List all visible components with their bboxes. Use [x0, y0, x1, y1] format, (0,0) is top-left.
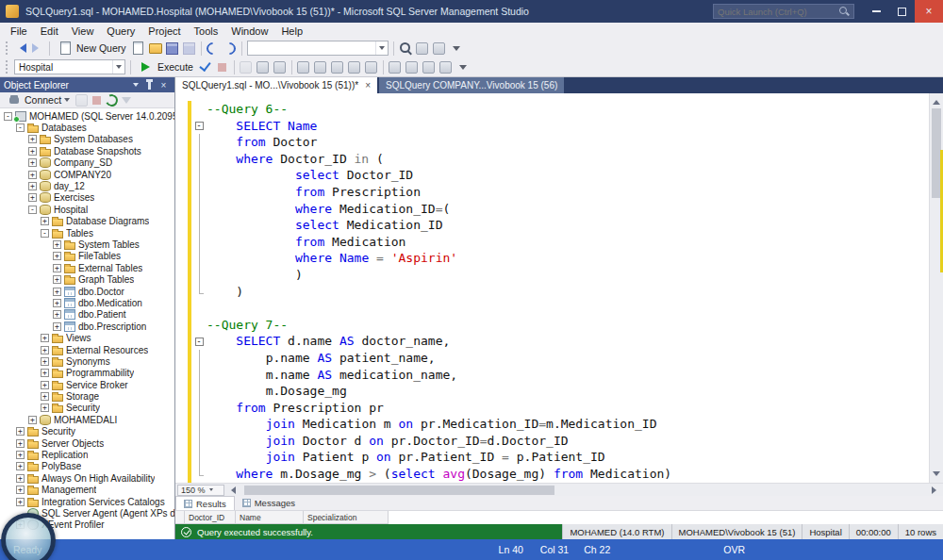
tree-item[interactable]: +Integration Services Catalogs	[0, 496, 174, 507]
code-text[interactable]: select Medication_ID	[207, 217, 443, 234]
new-query-button[interactable]: New Query	[53, 40, 130, 57]
intellisense-icon[interactable]	[273, 59, 288, 74]
tree-item[interactable]: +Programmability	[0, 368, 174, 379]
code-text[interactable]: from Prescription pr	[207, 400, 384, 417]
include-actual-plan-icon[interactable]	[296, 59, 311, 74]
scroll-right-button[interactable]	[929, 486, 943, 494]
grid-column-header[interactable]: Name	[236, 511, 304, 524]
maximize-button[interactable]	[889, 0, 915, 23]
tree-item[interactable]: +Management	[0, 485, 174, 496]
horizontal-scroll-track[interactable]	[239, 484, 929, 496]
expander-icon[interactable]: +	[53, 299, 61, 307]
expander-icon[interactable]: +	[16, 462, 25, 470]
auto-hide-button[interactable]	[142, 78, 157, 91]
code-text[interactable]: )	[207, 267, 303, 284]
back-icon[interactable]	[13, 41, 28, 56]
parse-icon[interactable]	[198, 59, 213, 74]
code-text[interactable]: SELECT Name	[207, 118, 317, 135]
expander-icon[interactable]: +	[41, 381, 49, 389]
code-text[interactable]: join Doctor d on pr.Doctor_ID=d.Doctor_I…	[207, 433, 569, 450]
undo-icon[interactable]	[206, 41, 221, 56]
tree-item[interactable]: +Always On High Availability	[0, 472, 174, 484]
disconnect-icon[interactable]	[74, 93, 88, 107]
expander-icon[interactable]: +	[41, 404, 49, 412]
expander-icon[interactable]: +	[28, 416, 37, 424]
expander-icon[interactable]: +	[28, 193, 37, 202]
code-text[interactable]: where Name = 'Aspirin'	[207, 250, 457, 267]
grid-corner-cell[interactable]	[175, 511, 185, 524]
minimize-button[interactable]	[864, 0, 889, 23]
toolbar-options-icon[interactable]	[449, 41, 464, 56]
expander-icon[interactable]: +	[28, 171, 37, 179]
expander-icon[interactable]: +	[41, 369, 49, 377]
menu-file[interactable]: File	[4, 25, 34, 38]
close-tab-icon[interactable]: ×	[365, 81, 371, 91]
open-file-icon[interactable]	[148, 41, 163, 56]
increase-indent-icon[interactable]	[438, 59, 454, 74]
tree-item[interactable]: +Synonyms	[0, 355, 174, 367]
tree-item[interactable]: +Security	[0, 403, 174, 414]
menu-tools[interactable]: Tools	[188, 25, 225, 38]
execute-button[interactable]: Execute	[134, 58, 197, 75]
expander-icon[interactable]: -	[16, 124, 25, 132]
expander-icon[interactable]: +	[53, 275, 61, 284]
expander-icon[interactable]: +	[16, 439, 25, 448]
fold-collapse-icon[interactable]: -	[195, 122, 204, 130]
menu-edit[interactable]: Edit	[34, 25, 65, 38]
tree-item[interactable]: +dbo.Doctor	[0, 286, 174, 297]
code-text[interactable]: --Query 7--	[207, 317, 288, 334]
scroll-down-button[interactable]	[930, 469, 943, 483]
comment-icon[interactable]	[388, 59, 403, 74]
tree-item[interactable]: +Graph Tables	[0, 273, 174, 285]
tab-sqlquery1[interactable]: SQLQuery1.sql - MO...\Vivobook 15 (51))*…	[175, 77, 377, 93]
results-to-file-icon[interactable]	[364, 59, 379, 74]
script-icon[interactable]	[415, 41, 430, 56]
tree-item[interactable]: +Server Objects	[0, 437, 174, 449]
tree-item[interactable]: +day_12	[0, 180, 174, 191]
database-combobox[interactable]: Hospital	[14, 59, 125, 74]
scroll-left-button[interactable]	[224, 486, 239, 494]
window-position-button[interactable]	[128, 78, 142, 91]
toolbar-combobox-caret[interactable]	[375, 41, 388, 55]
code-text[interactable]: join Patient p on pr.Patient_ID = p.Pati…	[207, 449, 605, 466]
tree-item[interactable]: +External Resources	[0, 344, 174, 355]
code-text[interactable]: from Doctor	[207, 134, 317, 151]
code-text[interactable]: p.name AS patient_name,	[207, 350, 436, 367]
horizontal-scrollbar-thumb[interactable]	[244, 486, 554, 495]
sql-editor[interactable]: --Query 6---SELECT Namefrom Doctorwhere …	[175, 93, 943, 483]
tree-item[interactable]: +PolyBase	[0, 461, 174, 472]
expander-icon[interactable]: +	[53, 240, 61, 249]
expander-icon[interactable]: +	[41, 334, 49, 342]
expander-icon[interactable]: +	[53, 252, 61, 260]
properties-icon[interactable]	[432, 41, 447, 56]
save-all-icon[interactable]	[182, 41, 197, 56]
find-icon[interactable]	[398, 41, 413, 56]
code-text[interactable]: from Medication	[207, 234, 405, 251]
expander-icon[interactable]: +	[16, 498, 25, 506]
expander-icon[interactable]: +	[41, 392, 49, 401]
expander-icon[interactable]: +	[41, 357, 49, 366]
expander-icon[interactable]: +	[16, 451, 25, 459]
query-options-icon[interactable]	[256, 59, 271, 74]
tree-item[interactable]: +Database Diagrams	[0, 216, 174, 227]
expander-icon[interactable]: +	[28, 182, 37, 190]
menu-project[interactable]: Project	[141, 25, 187, 38]
code-text[interactable]: SELECT d.name AS doctor_name,	[207, 333, 450, 350]
quick-launch-input[interactable]	[718, 7, 839, 17]
cancel-query-icon[interactable]	[215, 59, 230, 74]
tree-item[interactable]: +Views	[0, 332, 174, 343]
expander-icon[interactable]: +	[16, 486, 25, 494]
grid-column-header[interactable]: Doctor_ID	[185, 511, 236, 524]
expander-icon[interactable]: +	[16, 474, 25, 483]
new-file-icon[interactable]	[131, 41, 146, 56]
tree-item[interactable]: +Replication	[0, 449, 174, 460]
live-query-statistics-icon[interactable]	[313, 59, 328, 74]
expander-icon[interactable]: +	[41, 217, 49, 225]
expander-icon[interactable]: +	[28, 135, 37, 143]
vertical-scrollbar[interactable]	[929, 93, 943, 483]
tree-item[interactable]: -Tables	[0, 227, 174, 239]
close-button[interactable]: ×	[915, 0, 943, 23]
code-text[interactable]: where Doctor_ID in (	[207, 151, 384, 168]
tree-item[interactable]: +System Databases	[0, 134, 174, 145]
tree-item[interactable]: +Company_SD	[0, 157, 174, 169]
